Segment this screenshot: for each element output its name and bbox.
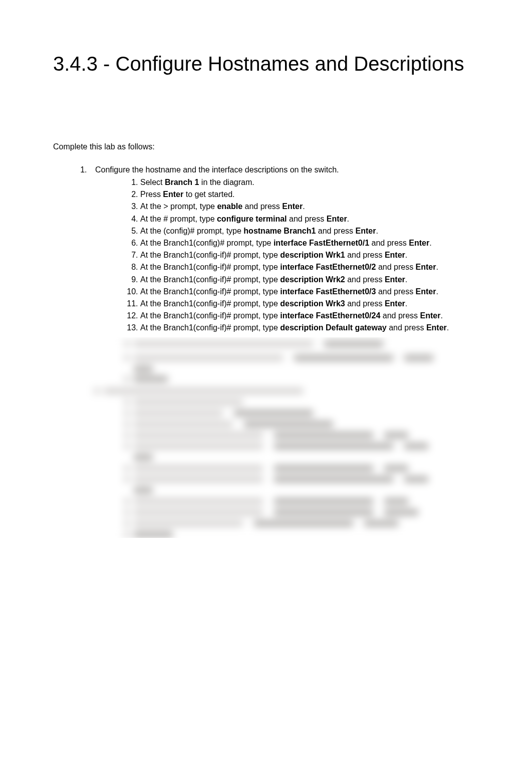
step-1: Configure the hostname and the interface… <box>89 165 479 333</box>
substep-pre: At the Branch1(config-if)# prompt, type <box>140 323 280 332</box>
substep-bold1: interface FastEthernet0/24 <box>280 311 380 320</box>
substep-mid: and press <box>345 299 385 308</box>
substep-7: At the Branch1(config-if)# prompt, type … <box>140 249 479 261</box>
substep-post: . <box>405 275 407 284</box>
substep-bold2: Enter <box>356 227 376 235</box>
substep-mid: to get started. <box>183 190 234 199</box>
substep-mid: and press <box>287 215 327 223</box>
substep-8: At the Branch1(config-if)# prompt, type … <box>140 261 479 273</box>
substep-pre: At the # prompt, type <box>140 215 217 223</box>
substep-bold2: Enter <box>327 215 347 223</box>
substep-pre: At the > prompt, type <box>140 202 217 211</box>
substep-pre: Select <box>140 178 165 186</box>
substep-bold1: description Wrk2 <box>280 275 345 284</box>
document-page: 3.4.3 - Configure Hostnames and Descript… <box>0 0 532 568</box>
substep-pre: At the (config)# prompt, type <box>140 227 243 235</box>
substep-3: At the > prompt, type enable and press E… <box>140 201 479 212</box>
substep-11: At the Branch1(config-if)# prompt, type … <box>140 298 479 309</box>
substep-post: . <box>405 299 407 308</box>
substep-post: . <box>447 323 449 332</box>
substep-post: . <box>440 311 442 320</box>
substep-6: At the Branch1(config)# prompt, type int… <box>140 237 479 249</box>
substep-12: At the Branch1(config-if)# prompt, type … <box>140 310 479 321</box>
substep-10: At the Branch1(config-if)# prompt, type … <box>140 286 479 297</box>
substep-mid: in the diagram. <box>199 178 254 186</box>
substep-bold1: Branch 1 <box>165 178 199 186</box>
substep-1: Select Branch 1 in the diagram. <box>140 176 479 188</box>
substep-bold2: Enter <box>385 299 405 308</box>
substep-bold1: interface FastEthernet0/1 <box>274 239 369 247</box>
substep-bold1: interface FastEthernet0/2 <box>280 263 376 271</box>
top-list: Configure the hostname and the interface… <box>53 165 479 333</box>
substep-pre: At the Branch1(config-if)# prompt, type <box>140 287 280 296</box>
substep-mid: and press <box>376 287 415 296</box>
substep-bold2: Enter <box>416 287 436 296</box>
substep-5: At the (config)# prompt, type hostname B… <box>140 225 479 237</box>
substep-bold2: Enter <box>385 251 405 259</box>
substep-mid: and press <box>242 202 282 211</box>
substep-pre: Press <box>140 190 163 199</box>
substep-post: . <box>429 239 431 247</box>
substep-mid: and press <box>316 227 355 235</box>
substep-mid: and press <box>376 263 415 271</box>
substep-mid: and press <box>380 311 420 320</box>
substep-bold2: Enter <box>385 275 405 284</box>
substep-bold2: Enter <box>282 202 303 211</box>
substep-pre: At the Branch1(config-if)# prompt, type <box>140 275 280 284</box>
substep-mid: and press <box>345 251 385 259</box>
blurred-content <box>83 337 479 538</box>
substep-bold1: description Wrk3 <box>280 299 345 308</box>
step-1-lead: Configure the hostname and the interface… <box>95 165 339 174</box>
substep-mid: and press <box>345 275 385 284</box>
substep-post: . <box>376 227 378 235</box>
substep-pre: At the Branch1(config)# prompt, type <box>140 239 274 247</box>
substep-13: At the Branch1(config-if)# prompt, type … <box>140 322 479 333</box>
substep-pre: At the Branch1(config-if)# prompt, type <box>140 299 280 308</box>
substep-post: . <box>303 202 305 211</box>
substep-pre: At the Branch1(config-if)# prompt, type <box>140 311 280 320</box>
substep-post: . <box>436 287 438 296</box>
substep-bold1: interface FastEthernet0/3 <box>280 287 376 296</box>
substep-pre: At the Branch1(config-if)# prompt, type <box>140 263 280 271</box>
substep-9: At the Branch1(config-if)# prompt, type … <box>140 274 479 285</box>
substep-post: . <box>347 215 349 223</box>
substep-bold2: Enter <box>420 311 440 320</box>
substep-bold1: Enter <box>163 190 183 199</box>
substep-4: At the # prompt, type configure terminal… <box>140 213 479 225</box>
substep-2: Press Enter to get started. <box>140 188 479 200</box>
substep-bold1: description Wrk1 <box>280 251 345 259</box>
substep-bold2: Enter <box>409 239 429 247</box>
intro-text: Complete this lab as follows: <box>53 142 479 151</box>
substep-bold1: enable <box>217 202 242 211</box>
substep-pre: At the Branch1(config-if)# prompt, type <box>140 251 280 259</box>
step-1-sublist: Select Branch 1 in the diagram.Press Ent… <box>95 176 479 333</box>
substep-bold1: hostname Branch1 <box>243 227 316 235</box>
substep-post: . <box>405 251 407 259</box>
substep-bold1: description Default gateway <box>280 323 387 332</box>
substep-mid: and press <box>387 323 426 332</box>
substep-bold2: Enter <box>426 323 447 332</box>
substep-bold2: Enter <box>416 263 436 271</box>
substep-mid: and press <box>369 239 409 247</box>
page-title: 3.4.3 - Configure Hostnames and Descript… <box>53 50 479 77</box>
substep-post: . <box>436 263 438 271</box>
substep-bold1: configure terminal <box>217 215 287 223</box>
